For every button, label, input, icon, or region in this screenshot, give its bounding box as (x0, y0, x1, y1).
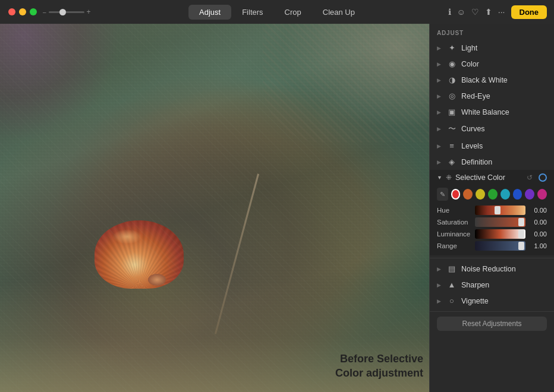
photo-area (0, 24, 429, 392)
adjust-item-curves[interactable]: ▶ 〜 Curves (430, 120, 554, 138)
chevron-right-icon: ▶ (437, 77, 441, 83)
zoom-thumb[interactable] (59, 9, 66, 15)
hue-handle[interactable] (495, 206, 501, 214)
vignette-icon: ○ (447, 296, 457, 305)
white-balance-label: White Balance (461, 108, 547, 116)
sc-icon: ⁜ (446, 173, 452, 182)
zoom-track[interactable] (49, 11, 84, 13)
reset-adjustments-button[interactable]: Reset Adjustments (437, 317, 547, 331)
traffic-lights (0, 8, 37, 15)
adjust-item-definition[interactable]: ▶ ◈ Definition (430, 154, 554, 170)
saturation-label: Saturation (437, 219, 471, 226)
black-white-icon: ◑ (447, 75, 457, 84)
light-icon: ✦ (447, 43, 457, 52)
color-label: Color (461, 60, 547, 68)
shell (95, 220, 184, 289)
noise-reduction-label: Noise Reduction (461, 265, 547, 273)
range-label: Range (437, 242, 471, 249)
swatch-yellow[interactable] (476, 189, 485, 200)
tab-crop[interactable]: Crop (274, 5, 312, 20)
saturation-slider[interactable] (475, 217, 525, 227)
tab-adjust[interactable]: Adjust (188, 5, 231, 20)
white-balance-icon: ▣ (447, 108, 457, 116)
hue-label: Hue (437, 207, 471, 214)
titlebar: – + Adjust Filters Crop Clean Up ℹ ☺ ♡ ⬆… (0, 0, 554, 24)
swatch-cyan[interactable] (501, 189, 510, 200)
red-eye-label: Red-Eye (461, 92, 547, 100)
selective-color-section: ▼ ⁜ Selective Color ↺ ✎ Hue 0.00 (430, 170, 554, 255)
chevron-right-icon: ▶ (437, 143, 441, 149)
adjust-item-noise-reduction[interactable]: ▶ ▤ Noise Reduction (430, 261, 554, 277)
adjust-item-levels[interactable]: ▶ ≡ Levels (430, 138, 554, 154)
range-slider[interactable] (475, 241, 525, 251)
selective-color-label: Selective Color (455, 173, 523, 182)
saturation-handle[interactable] (518, 218, 524, 226)
levels-icon: ≡ (447, 141, 457, 150)
luminance-label: Luminance (437, 230, 471, 238)
zoom-plus-icon: + (87, 8, 91, 16)
sharpen-label: Sharpen (461, 281, 547, 289)
eyedropper-button[interactable]: ✎ (437, 188, 448, 201)
chevron-right-icon: ▶ (437, 93, 441, 99)
vignette-label: Vignette (461, 297, 547, 305)
sc-reset-icon[interactable]: ↺ (527, 173, 533, 182)
sc-chevron-down-icon: ▼ (437, 175, 442, 181)
chevron-right-icon: ▶ (437, 126, 441, 132)
chevron-right-icon: ▶ (437, 159, 441, 165)
adjust-item-light[interactable]: ▶ ✦ Light (430, 40, 554, 56)
black-white-label: Black & White (461, 76, 547, 84)
tab-filters[interactable]: Filters (231, 5, 273, 20)
sc-toggle-circle[interactable] (539, 173, 547, 182)
more-icon[interactable]: ··· (498, 7, 505, 17)
chevron-right-icon: ▶ (437, 282, 441, 288)
zoom-slider[interactable]: – + (43, 8, 91, 16)
close-button[interactable] (8, 8, 15, 15)
luminance-slider[interactable] (475, 229, 525, 239)
curves-label: Curves (461, 125, 547, 133)
info-icon[interactable]: ℹ (448, 7, 451, 17)
color-icon: ◉ (447, 59, 457, 68)
luminance-handle[interactable] (518, 230, 524, 238)
noise-reduction-icon: ▤ (447, 264, 457, 273)
saturation-row: Saturation 0.00 (430, 216, 554, 228)
adjust-item-red-eye[interactable]: ▶ ◎ Red-Eye (430, 88, 554, 104)
emoji-icon[interactable]: ☺ (457, 7, 465, 17)
range-row: Range 1.00 (430, 240, 554, 252)
chevron-right-icon: ▶ (437, 61, 441, 67)
panel-header: ADJUST (430, 24, 554, 40)
swatch-orange[interactable] (463, 189, 473, 200)
swatch-purple[interactable] (525, 189, 534, 200)
curves-icon: 〜 (447, 124, 457, 134)
light-label: Light (461, 44, 547, 52)
tab-cleanup[interactable]: Clean Up (312, 5, 366, 20)
divider (430, 258, 554, 258)
hue-value: 0.00 (529, 207, 547, 214)
chevron-right-icon: ▶ (437, 45, 441, 51)
adjust-item-sharpen[interactable]: ▶ ▲ Sharpen (430, 277, 554, 293)
hue-slider[interactable] (475, 206, 525, 215)
heart-icon[interactable]: ♡ (471, 7, 479, 17)
definition-label: Definition (461, 158, 547, 166)
sharpen-icon: ▲ (447, 280, 457, 289)
adjust-item-black-white[interactable]: ▶ ◑ Black & White (430, 72, 554, 88)
toolbar-right: ℹ ☺ ♡ ⬆ ··· Done (448, 5, 547, 19)
adjust-item-vignette[interactable]: ▶ ○ Vignette (430, 293, 554, 309)
share-icon[interactable]: ⬆ (485, 7, 492, 17)
swatch-blue[interactable] (513, 189, 522, 200)
adjust-item-white-balance[interactable]: ▶ ▣ White Balance (430, 104, 554, 120)
chevron-right-icon: ▶ (437, 109, 441, 115)
definition-icon: ◈ (447, 157, 457, 166)
swatch-magenta[interactable] (537, 189, 547, 200)
swatch-green[interactable] (488, 189, 498, 200)
selective-color-header[interactable]: ▼ ⁜ Selective Color ↺ (430, 170, 554, 185)
range-handle[interactable] (518, 242, 524, 250)
maximize-button[interactable] (30, 8, 37, 15)
nav-tabs: Adjust Filters Crop Clean Up (188, 5, 366, 20)
saturation-value: 0.00 (529, 219, 547, 226)
minimize-button[interactable] (19, 8, 26, 15)
swatch-red[interactable] (451, 189, 461, 200)
chevron-right-icon: ▶ (437, 298, 441, 304)
range-value: 1.00 (529, 242, 547, 249)
adjust-item-color[interactable]: ▶ ◉ Color (430, 56, 554, 72)
done-button[interactable]: Done (511, 5, 547, 19)
